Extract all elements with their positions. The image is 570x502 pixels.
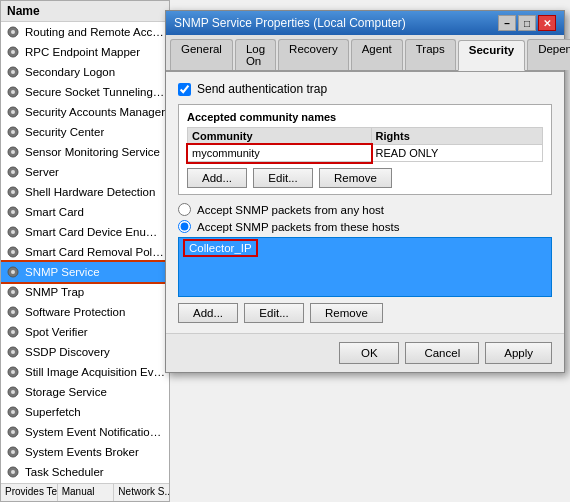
services-header: Name xyxy=(1,1,169,22)
these-hosts-label: Accept SNMP packets from these hosts xyxy=(197,221,399,233)
svg-point-45 xyxy=(11,470,15,474)
svg-point-25 xyxy=(11,270,15,274)
service-gear-icon xyxy=(5,324,21,340)
svg-point-21 xyxy=(11,230,15,234)
service-item[interactable]: Smart Card Removal Policy xyxy=(1,242,169,262)
service-item-label: Routing and Remote Acces... xyxy=(25,26,165,38)
service-item[interactable]: Superfetch xyxy=(1,402,169,422)
service-item-label: Spot Verifier xyxy=(25,326,88,338)
service-item[interactable]: Still Image Acquisition Even... xyxy=(1,362,169,382)
community-edit-button[interactable]: Edit... xyxy=(253,168,313,188)
hosts-edit-button[interactable]: Edit... xyxy=(244,303,304,323)
apply-button[interactable]: Apply xyxy=(485,342,552,364)
service-item[interactable]: SSDP Discovery xyxy=(1,342,169,362)
service-item[interactable]: Storage Service xyxy=(1,382,169,402)
send-auth-trap-label: Send authentication trap xyxy=(197,82,327,96)
tab-agent[interactable]: Agent xyxy=(351,39,403,70)
service-item[interactable]: Smart Card xyxy=(1,202,169,222)
send-auth-trap-row: Send authentication trap xyxy=(178,82,552,96)
service-item-label: Security Accounts Manager xyxy=(25,106,165,118)
svg-point-5 xyxy=(11,70,15,74)
service-gear-icon xyxy=(5,44,21,60)
service-item[interactable]: Task Scheduler xyxy=(1,462,169,482)
services-list[interactable]: Routing and Remote Acces...RPC Endpoint … xyxy=(1,22,169,500)
service-item-label: Shell Hardware Detection xyxy=(25,186,155,198)
svg-point-13 xyxy=(11,150,15,154)
cancel-button[interactable]: Cancel xyxy=(405,342,479,364)
community-col-header: Community xyxy=(188,128,372,145)
svg-point-19 xyxy=(11,210,15,214)
service-item[interactable]: Security Accounts Manager xyxy=(1,102,169,122)
status-cell: Network S... xyxy=(114,484,170,501)
service-item-label: Storage Service xyxy=(25,386,107,398)
hosts-remove-button[interactable]: Remove xyxy=(310,303,383,323)
service-item[interactable]: Secondary Logon xyxy=(1,62,169,82)
community-rights-cell: READ ONLY xyxy=(371,145,542,162)
svg-point-31 xyxy=(11,330,15,334)
service-item-label: Smart Card Removal Policy xyxy=(25,246,165,258)
service-item[interactable]: System Events Broker xyxy=(1,442,169,462)
svg-point-11 xyxy=(11,130,15,134)
tab-traps[interactable]: Traps xyxy=(405,39,456,70)
send-auth-trap-checkbox[interactable] xyxy=(178,83,191,96)
svg-point-27 xyxy=(11,290,15,294)
service-item[interactable]: Shell Hardware Detection xyxy=(1,182,169,202)
svg-point-35 xyxy=(11,370,15,374)
service-item-label: Secondary Logon xyxy=(25,66,115,78)
service-gear-icon xyxy=(5,304,21,320)
service-gear-icon xyxy=(5,24,21,40)
host-item[interactable]: Collector_IP xyxy=(185,241,256,255)
community-table-row[interactable]: mycommunity READ ONLY xyxy=(188,145,543,162)
service-item-label: System Event Notification S... xyxy=(25,426,165,438)
svg-point-17 xyxy=(11,190,15,194)
status-cell: Manual xyxy=(58,484,115,501)
svg-point-7 xyxy=(11,90,15,94)
service-gear-icon xyxy=(5,384,21,400)
service-item[interactable]: Spot Verifier xyxy=(1,322,169,342)
titlebar-controls: – □ ✕ xyxy=(498,15,556,31)
service-item-label: RPC Endpoint Mapper xyxy=(25,46,140,58)
service-item[interactable]: Smart Card Device Enumera... xyxy=(1,222,169,242)
tab-general[interactable]: General xyxy=(170,39,233,70)
hosts-add-button[interactable]: Add... xyxy=(178,303,238,323)
community-add-button[interactable]: Add... xyxy=(187,168,247,188)
service-item[interactable]: SNMP Trap xyxy=(1,282,169,302)
any-host-radio[interactable] xyxy=(178,203,191,216)
snmp-properties-dialog: SNMP Service Properties (Local Computer)… xyxy=(165,10,565,373)
service-gear-icon xyxy=(5,124,21,140)
tab-dependencies[interactable]: Dependencies xyxy=(527,39,570,70)
service-item[interactable]: Software Protection xyxy=(1,302,169,322)
service-item[interactable]: SNMP Service xyxy=(1,262,169,282)
close-button[interactable]: ✕ xyxy=(538,15,556,31)
service-item[interactable]: Server xyxy=(1,162,169,182)
hosts-btn-row: Add... Edit... Remove xyxy=(178,303,552,323)
service-gear-icon xyxy=(5,444,21,460)
service-item[interactable]: Routing and Remote Acces... xyxy=(1,22,169,42)
service-item[interactable]: System Event Notification S... xyxy=(1,422,169,442)
hosts-list[interactable]: Collector_IP xyxy=(178,237,552,297)
service-item[interactable]: Secure Socket Tunneling Pr... xyxy=(1,82,169,102)
service-item-label: SSDP Discovery xyxy=(25,346,110,358)
these-hosts-radio[interactable] xyxy=(178,220,191,233)
tab-log-on[interactable]: Log On xyxy=(235,39,276,70)
service-item-label: Task Scheduler xyxy=(25,466,104,478)
service-item[interactable]: Security Center xyxy=(1,122,169,142)
service-gear-icon xyxy=(5,64,21,80)
these-hosts-radio-row: Accept SNMP packets from these hosts xyxy=(178,220,552,233)
dialog-footer: OK Cancel Apply xyxy=(166,333,564,372)
service-item[interactable]: RPC Endpoint Mapper xyxy=(1,42,169,62)
svg-point-43 xyxy=(11,450,15,454)
community-remove-button[interactable]: Remove xyxy=(319,168,392,188)
service-gear-icon xyxy=(5,84,21,100)
status-bar: Provides Tel...ManualNetwork S... xyxy=(1,483,170,501)
service-item[interactable]: Sensor Monitoring Service xyxy=(1,142,169,162)
tab-security[interactable]: Security xyxy=(458,40,525,71)
maximize-button[interactable]: □ xyxy=(518,15,536,31)
ok-button[interactable]: OK xyxy=(339,342,399,364)
minimize-button[interactable]: – xyxy=(498,15,516,31)
any-host-label: Accept SNMP packets from any host xyxy=(197,204,384,216)
dialog-titlebar: SNMP Service Properties (Local Computer)… xyxy=(166,11,564,35)
service-item-label: Superfetch xyxy=(25,406,81,418)
service-gear-icon xyxy=(5,184,21,200)
tab-recovery[interactable]: Recovery xyxy=(278,39,349,70)
